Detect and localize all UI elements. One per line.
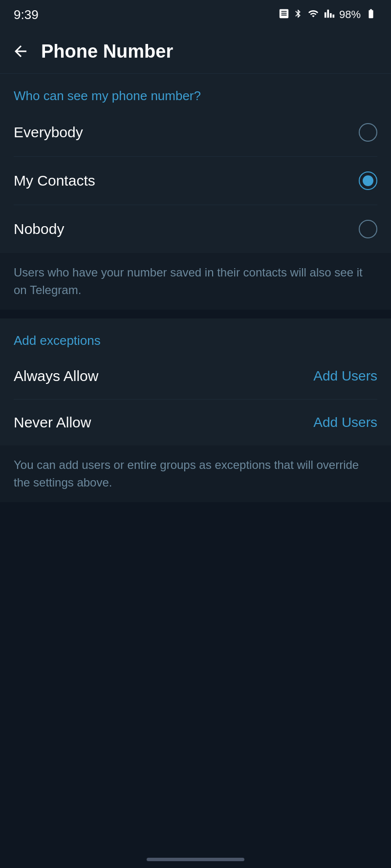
app-bar: Phone Number [0,29,391,73]
option-my-contacts[interactable]: My Contacts [14,157,377,205]
never-allow-row[interactable]: Never Allow Add Users [14,400,377,445]
signal-icon [324,8,335,21]
status-icons: 98% [279,8,377,21]
who-info-text: Users who have your number saved in thei… [14,264,377,299]
back-button[interactable] [12,42,29,60]
radio-nobody[interactable] [359,220,377,238]
radio-my-contacts[interactable] [359,171,377,190]
battery-percent: 98% [339,8,361,21]
never-allow-label: Never Allow [14,414,91,431]
always-allow-add-users-button[interactable]: Add Users [313,368,377,384]
page-title: Phone Number [41,41,173,62]
who-can-see-section: Who can see my phone number? Everybody M… [0,74,391,253]
home-indicator [147,858,244,861]
option-nobody-label: Nobody [14,221,64,237]
battery-icon [365,8,377,21]
radio-everybody[interactable] [359,123,377,142]
wifi-icon [307,8,320,21]
status-bar: 9:39 98% [0,0,391,29]
nfc-icon [279,8,289,21]
option-my-contacts-label: My Contacts [14,172,95,189]
always-allow-label: Always Allow [14,368,98,384]
bluetooth-icon [293,8,303,21]
exceptions-section: Add exceptions Always Allow Add Users Ne… [0,318,391,445]
never-allow-add-users-button[interactable]: Add Users [313,415,377,430]
who-section-title: Who can see my phone number? [14,88,377,108]
always-allow-row[interactable]: Always Allow Add Users [14,353,377,400]
option-nobody[interactable]: Nobody [14,205,377,253]
option-everybody[interactable]: Everybody [14,108,377,157]
option-everybody-label: Everybody [14,124,83,141]
exceptions-title: Add exceptions [14,333,377,353]
radio-inner-selected [363,175,373,186]
status-time: 9:39 [14,7,39,22]
exceptions-info-text: You can add users or entire groups as ex… [14,456,377,491]
who-info-section: Users who have your number saved in thei… [0,253,391,310]
exceptions-info-section: You can add users or entire groups as ex… [0,445,391,502]
